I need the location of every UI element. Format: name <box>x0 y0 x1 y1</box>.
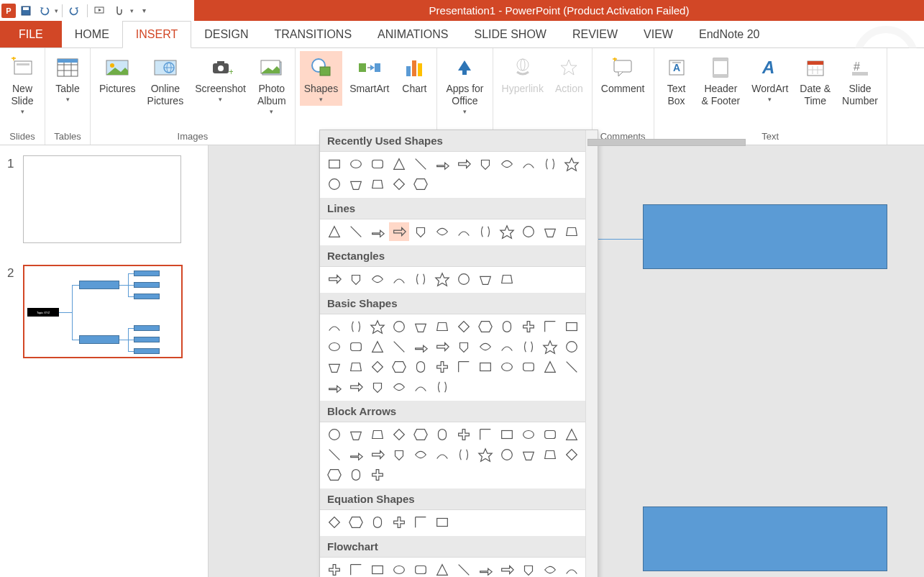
tab-file[interactable]: FILE <box>0 21 62 47</box>
shape-option[interactable] <box>454 317 474 336</box>
tab-animations[interactable]: ANIMATIONS <box>365 21 461 47</box>
shape-option[interactable] <box>454 425 474 444</box>
shape-option[interactable] <box>540 445 560 464</box>
shape-option[interactable] <box>411 378 431 396</box>
shape-option[interactable] <box>389 155 409 173</box>
pictures-button[interactable]: Pictures <box>95 51 140 98</box>
qat-undo-icon[interactable] <box>36 2 53 19</box>
shape-option[interactable] <box>454 358 474 376</box>
shape-option[interactable] <box>475 560 495 577</box>
shape-option[interactable] <box>562 445 582 464</box>
tab-review[interactable]: REVIEW <box>559 21 631 47</box>
shape-option[interactable] <box>367 425 388 444</box>
shape-option[interactable] <box>411 425 431 444</box>
shape-option[interactable] <box>367 222 388 241</box>
shape-option[interactable] <box>432 445 452 464</box>
new-slide-button[interactable]: New Slide▾ <box>4 51 40 118</box>
datetime-button[interactable]: Date & Time <box>795 51 835 110</box>
shape-option[interactable] <box>432 425 452 444</box>
shapes-scrollbar[interactable] <box>585 130 598 577</box>
shape-option[interactable] <box>367 270 388 288</box>
shape-option[interactable] <box>346 378 366 396</box>
slidenumber-button[interactable]: # Slide Number <box>838 51 882 110</box>
smartart-button[interactable]: SmartArt <box>345 51 393 98</box>
shape-option[interactable] <box>432 560 452 577</box>
shape-option[interactable] <box>497 445 517 464</box>
photo-album-button[interactable]: Photo Album▾ <box>253 51 291 118</box>
shape-option[interactable] <box>411 445 431 464</box>
shape-option[interactable] <box>411 358 431 376</box>
shape-option[interactable] <box>497 358 517 376</box>
wordart-button[interactable]: A WordArt▾ <box>747 51 792 106</box>
shape-option[interactable] <box>454 445 474 464</box>
shape-option[interactable] <box>454 337 474 356</box>
canvas-shape-2[interactable] <box>643 506 887 571</box>
shape-option[interactable] <box>497 425 517 444</box>
shape-option[interactable] <box>411 317 431 336</box>
shape-option[interactable] <box>346 270 366 288</box>
qat-present-icon[interactable] <box>91 2 109 19</box>
shape-option[interactable] <box>367 155 388 173</box>
tab-slideshow[interactable]: SLIDE SHOW <box>461 21 559 47</box>
tab-design[interactable]: DESIGN <box>191 21 261 47</box>
tab-view[interactable]: VIEW <box>631 21 686 47</box>
shape-option[interactable] <box>324 425 344 444</box>
shape-option[interactable] <box>411 175 431 194</box>
shape-option[interactable] <box>346 513 366 532</box>
shape-option[interactable] <box>562 337 582 356</box>
shape-option[interactable] <box>346 222 366 241</box>
slide-thumb-1[interactable] <box>23 155 181 243</box>
tab-transitions[interactable]: TRANSITIONS <box>262 21 365 47</box>
apps-button[interactable]: Apps for Office▾ <box>442 51 488 118</box>
shape-option[interactable] <box>324 358 344 376</box>
shape-option[interactable] <box>518 222 539 241</box>
shape-option[interactable] <box>346 358 366 376</box>
shape-option[interactable] <box>346 317 366 336</box>
shape-option[interactable] <box>389 358 409 376</box>
shape-option[interactable] <box>367 378 388 396</box>
shape-option[interactable] <box>540 425 560 444</box>
shape-option[interactable] <box>367 445 388 464</box>
shape-option[interactable] <box>346 560 366 577</box>
canvas-shape-1[interactable] <box>643 204 887 269</box>
shape-option[interactable] <box>389 378 409 396</box>
tab-home[interactable]: HOME <box>62 21 122 47</box>
shape-option[interactable] <box>518 560 539 577</box>
shape-option[interactable] <box>475 317 495 336</box>
shape-option[interactable] <box>540 358 560 376</box>
shape-option[interactable] <box>389 317 409 336</box>
shape-option[interactable] <box>475 358 495 376</box>
shape-option[interactable] <box>454 560 474 577</box>
shape-option[interactable] <box>367 513 388 532</box>
comment-button[interactable]: Comment <box>597 51 649 98</box>
shape-option[interactable] <box>518 337 539 356</box>
qat-touch-icon[interactable] <box>110 2 127 19</box>
screenshot-button[interactable]: + Screenshot▾ <box>191 51 250 106</box>
shape-option[interactable] <box>497 317 517 336</box>
slide-thumb-2[interactable]: Topic XYZ <box>23 265 183 358</box>
shape-option[interactable] <box>324 445 344 464</box>
shape-option[interactable] <box>389 270 409 288</box>
shape-option[interactable] <box>324 270 344 288</box>
shape-option[interactable] <box>475 445 495 464</box>
shape-option[interactable] <box>411 513 431 532</box>
shapes-button[interactable]: Shapes▾ <box>300 51 342 106</box>
shape-option[interactable] <box>389 513 409 532</box>
shape-option[interactable] <box>389 175 409 194</box>
table-button[interactable]: Table▾ <box>50 51 86 106</box>
shape-option[interactable] <box>324 175 344 194</box>
shape-option[interactable] <box>432 222 452 241</box>
shape-option[interactable] <box>346 175 366 194</box>
shape-option[interactable] <box>497 560 517 577</box>
shape-option[interactable] <box>540 155 560 173</box>
qat-customize-icon[interactable]: ▾ <box>135 2 152 19</box>
tab-insert[interactable]: INSERT <box>122 21 191 48</box>
shape-option[interactable] <box>562 425 582 444</box>
shape-option[interactable] <box>389 222 409 241</box>
shape-option[interactable] <box>432 513 452 532</box>
shape-option[interactable] <box>454 222 474 241</box>
textbox-button[interactable]: A Text Box <box>659 51 695 110</box>
shape-option[interactable] <box>497 222 517 241</box>
hyperlink-button[interactable]: Hyperlink <box>498 51 548 98</box>
shape-option[interactable] <box>562 317 582 336</box>
